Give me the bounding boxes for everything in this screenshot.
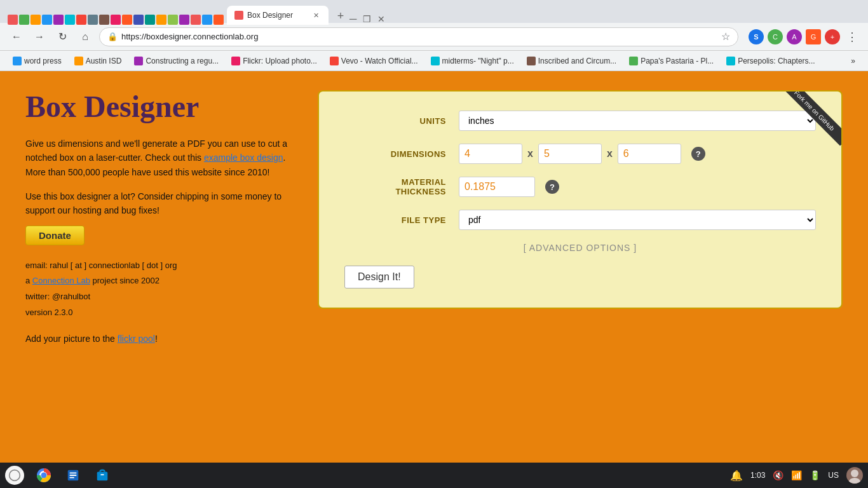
material-label2: THICKNESS (344, 187, 446, 196)
contact-email: email: rahul [ at ] connectionlab [ dot … (25, 258, 292, 274)
taskbar-chrome-icon[interactable] (34, 466, 53, 485)
advanced-bracket-close: ] (634, 243, 637, 253)
wifi-icon[interactable]: 📶 (791, 470, 802, 480)
dimensions-inputs: x x ? (459, 144, 816, 164)
tab-bar: Box Designer ✕ + ─ ❒ ✕ (5, 2, 390, 25)
svg-point-11 (849, 478, 860, 484)
app-title: Box Designer (25, 90, 292, 124)
form-container: Fork me on GitHub UNITS inches cm mm DIM… (318, 90, 843, 309)
more-bookmarks[interactable]: » (846, 55, 860, 67)
lock-icon: 🔒 (107, 32, 118, 41)
flickr-pool-link[interactable]: flickr pool (118, 334, 155, 344)
tab-title: Box Designer (247, 11, 307, 20)
close-button[interactable]: ✕ (377, 14, 385, 24)
advanced-bracket-open: [ (524, 243, 527, 253)
donate-section: Use this box designer a lot? Consider ch… (25, 189, 292, 245)
material-thickness-control: ? (459, 177, 816, 197)
taskbar-right: 🔔 1:03 🔇 📶 🔋 US (730, 467, 863, 484)
address-bar[interactable]: 🔒 https://boxdesigner.connectionlab.org … (99, 27, 738, 46)
material-thickness-input[interactable] (459, 177, 535, 197)
minimize-button[interactable]: ─ (349, 13, 356, 25)
fork-ribbon-text: Fork me on GitHub (793, 92, 836, 132)
dim-z-input[interactable] (618, 144, 681, 164)
connectionlab-link[interactable]: Connection Lab (32, 276, 90, 285)
dim-x-input[interactable] (459, 144, 522, 164)
mute-icon[interactable]: 🔇 (773, 470, 783, 480)
home-button[interactable]: ⌂ (76, 28, 94, 46)
restore-button[interactable]: ❒ (363, 14, 371, 24)
units-select[interactable]: inches cm mm (459, 111, 816, 131)
svg-rect-7 (70, 477, 74, 478)
bookmark-midterms[interactable]: midterms- "Night" p... (426, 55, 519, 67)
file-type-label: FILE TYPE (344, 215, 459, 225)
bookmark-flickr-upload[interactable]: Flickr: Upload photo... (226, 55, 322, 67)
flickr-section: Add your picture to the flickr pool! (25, 334, 292, 344)
dim-y-input[interactable] (538, 144, 602, 164)
material-thickness-label: MATERIAL THICKNESS (344, 177, 459, 196)
material-thickness-row: MATERIAL THICKNESS ? (344, 177, 816, 197)
active-tab[interactable]: Box Designer ✕ (227, 6, 329, 25)
dimensions-help-icon[interactable]: ? (691, 147, 705, 161)
file-type-row: FILE TYPE pdf svg dxf (344, 210, 816, 230)
forward-button[interactable]: → (31, 28, 48, 46)
bookmark-austinisd[interactable]: Austin ISD (69, 55, 127, 67)
title-bar: Box Designer ✕ + ─ ❒ ✕ (0, 0, 868, 23)
notification-icon[interactable]: 🔔 (730, 470, 743, 482)
back-button[interactable]: ← (8, 28, 25, 46)
svg-point-3 (41, 473, 47, 478)
battery-icon: 🔋 (810, 470, 820, 480)
svg-rect-6 (70, 475, 77, 476)
bookmark-persepolis[interactable]: Persepolis: Chapters... (721, 55, 820, 67)
bookmark-papas[interactable]: Papa's Pastaria - Pl... (624, 55, 719, 67)
material-thickness-help-icon[interactable]: ? (545, 180, 559, 194)
example-box-link[interactable]: example box design (204, 152, 283, 163)
new-tab-button[interactable]: + (332, 7, 349, 25)
browser-chrome: Box Designer ✕ + ─ ❒ ✕ ← → ↻ ⌂ 🔒 https:/… (0, 0, 868, 71)
right-panel: Fork me on GitHub UNITS inches cm mm DIM… (318, 90, 843, 444)
taskbar-power-icon[interactable] (5, 466, 24, 485)
contact-project: a Connection Lab project since 2002 (25, 273, 292, 289)
advanced-options-link[interactable]: ADVANCED OPTIONS (529, 243, 634, 253)
ext-icon-4[interactable]: G (806, 29, 821, 44)
contact-version: version 2.3.0 (25, 305, 292, 321)
menu-button[interactable]: ⋮ (844, 30, 860, 44)
bookmarks-bar: word press Austin ISD Constructing a reg… (0, 51, 868, 71)
bookmark-inscribed[interactable]: Inscribed and Circum... (522, 55, 621, 67)
taskbar-time: 1:03 (750, 471, 765, 480)
taskbar-left (5, 466, 112, 485)
taskbar-files-icon[interactable] (64, 466, 83, 485)
design-it-button[interactable]: Design It! (344, 266, 414, 288)
dim-separator-1: x (527, 148, 533, 159)
bookmark-vevo[interactable]: Vevo - Watch Official... (325, 55, 423, 67)
star-icon[interactable]: ☆ (721, 30, 730, 43)
fork-ribbon[interactable]: Fork me on GitHub (778, 92, 841, 155)
ext-icon-5[interactable]: + (825, 29, 840, 44)
donate-button[interactable]: Donate (25, 226, 85, 245)
user-avatar[interactable] (846, 467, 863, 484)
svg-rect-9 (100, 474, 104, 475)
app-description: Give us dimensions and we'll generate a … (25, 137, 292, 179)
ext-icon-2[interactable]: C (768, 29, 783, 44)
file-type-select[interactable]: pdf svg dxf (459, 210, 816, 230)
material-label: MATERIAL (344, 177, 446, 187)
dimensions-label: DIMENSIONS (344, 149, 459, 159)
ext-icon-1[interactable]: S (749, 29, 764, 44)
contact-info: email: rahul [ at ] connectionlab [ dot … (25, 258, 292, 321)
contact-twitter: twitter: @rahulbot (25, 289, 292, 305)
svg-rect-5 (70, 472, 77, 473)
units-control: inches cm mm (459, 111, 816, 131)
bookmark-constructing[interactable]: Constructing a regu... (129, 55, 224, 67)
dimensions-control: x x ? (459, 144, 816, 164)
units-row: UNITS inches cm mm (344, 111, 816, 131)
dim-separator-2: x (607, 148, 613, 159)
close-tab-icon[interactable]: ✕ (311, 10, 321, 20)
ext-icon-3[interactable]: A (787, 29, 802, 44)
bookmark-wordpress[interactable]: word press (8, 55, 67, 67)
refresh-button[interactable]: ↻ (53, 28, 71, 46)
taskbar-store-icon[interactable] (93, 466, 112, 485)
page-content: Box Designer Give us dimensions and we'l… (0, 71, 868, 463)
file-type-control: pdf svg dxf (459, 210, 816, 230)
url-text: https://boxdesigner.connectionlab.org (121, 32, 716, 41)
taskbar: 🔔 1:03 🔇 📶 🔋 US (0, 463, 868, 488)
left-panel: Box Designer Give us dimensions and we'l… (25, 90, 318, 444)
